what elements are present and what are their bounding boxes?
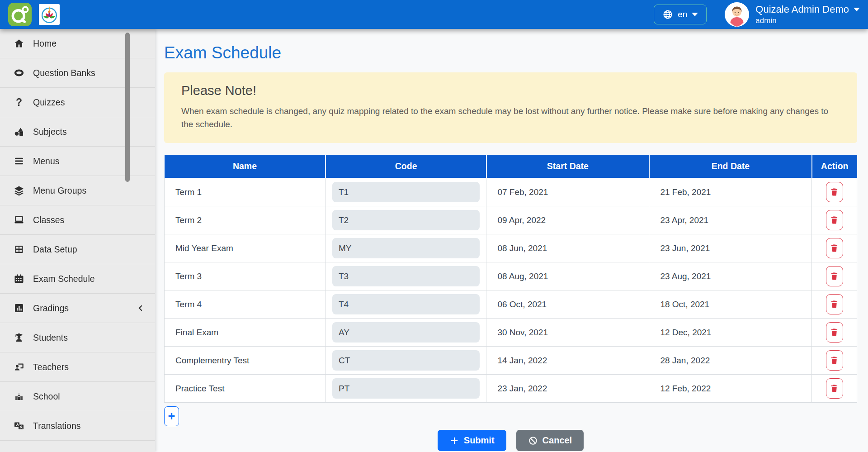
end-date-field[interactable]: 21 Feb, 2021 <box>649 178 812 206</box>
sidebar-item-quizzes[interactable]: ? Quizzes <box>0 88 155 117</box>
avatar <box>725 2 749 27</box>
start-date-field[interactable]: 08 Jun, 2021 <box>486 234 649 262</box>
end-date-field[interactable]: 23 Aug, 2021 <box>649 262 812 290</box>
sidebar-item-students[interactable]: Students <box>0 323 155 352</box>
sidebar-item-menus[interactable]: Menus <box>0 147 155 176</box>
main-content: Exam Schedule Please Note! When exam sch… <box>155 29 868 452</box>
language-label: en <box>678 10 687 19</box>
exam-name: Term 4 <box>165 290 326 319</box>
table-row: Practice Test 23 Jan, 2022 12 Feb, 2022 <box>165 375 857 403</box>
exam-name: Practice Test <box>165 375 326 403</box>
language-selector[interactable]: en <box>654 5 707 24</box>
trash-icon <box>830 271 839 281</box>
start-date-field[interactable]: 30 Nov, 2021 <box>486 319 649 347</box>
exam-name: Term 1 <box>165 178 326 206</box>
code-input[interactable] <box>332 294 480 314</box>
end-date-field[interactable]: 18 Oct, 2021 <box>649 290 812 319</box>
svg-text:?: ? <box>16 97 22 108</box>
code-input[interactable] <box>332 322 480 343</box>
trash-icon <box>830 299 839 309</box>
user-role: admin <box>755 16 860 25</box>
sidebar-item-translations[interactable]: Translations <box>0 411 155 441</box>
table-row: Term 4 06 Oct, 2021 18 Oct, 2021 <box>165 290 857 319</box>
submit-button[interactable]: Submit <box>438 430 506 451</box>
code-input[interactable] <box>332 378 480 399</box>
sidebar-item-school[interactable]: School <box>0 382 155 411</box>
trash-icon <box>830 383 839 394</box>
sidebar-item-subjects[interactable]: Subjects <box>0 117 155 147</box>
plus-icon <box>449 436 459 446</box>
sidebar-item-exam-schedule[interactable]: Exam Schedule <box>0 264 155 294</box>
table-row: Complementry Test 14 Jan, 2022 28 Jan, 2… <box>165 347 857 375</box>
column-header-end-date: End Date <box>649 155 812 178</box>
calendar-icon <box>14 273 27 284</box>
sidebar-item-teachers[interactable]: Teachers <box>0 352 155 382</box>
delete-row-button[interactable] <box>826 378 843 399</box>
code-input[interactable] <box>332 350 480 371</box>
end-date-field[interactable]: 28 Jan, 2022 <box>649 347 812 375</box>
page-title: Exam Schedule <box>164 43 857 62</box>
graduate-icon <box>14 332 27 343</box>
start-date-field[interactable]: 07 Feb, 2021 <box>486 178 649 206</box>
start-date-field[interactable]: 09 Apr, 2022 <box>486 206 649 234</box>
delete-row-button[interactable] <box>826 210 843 230</box>
code-input[interactable] <box>332 238 480 258</box>
column-header-action: Action <box>812 155 857 178</box>
code-input[interactable] <box>332 210 480 230</box>
sidebar-scrollbar[interactable] <box>125 33 130 182</box>
column-header-start-date: Start Date <box>486 155 649 178</box>
sidebar-item-menu-groups[interactable]: Menu Groups <box>0 176 155 205</box>
user-name: Quizale Admin Demo <box>755 4 849 15</box>
database-icon <box>14 67 27 78</box>
layers-icon <box>14 185 27 196</box>
globe-icon <box>662 9 673 20</box>
table-row: Mid Year Exam 08 Jun, 2021 23 Jun, 2021 <box>165 234 857 262</box>
table-row: Final Exam 30 Nov, 2021 12 Dec, 2021 <box>165 319 857 347</box>
user-menu[interactable]: Quizale Admin Demo admin <box>725 2 860 27</box>
topbar: en Quizale Admin Demo admin <box>0 0 868 29</box>
ban-icon <box>528 436 538 446</box>
trash-icon <box>830 215 839 225</box>
footer-actions: Submit Cancel <box>164 430 857 451</box>
add-row-button[interactable]: + <box>164 406 179 426</box>
code-input[interactable] <box>332 182 480 202</box>
sidebar-item-classes[interactable]: Classes <box>0 205 155 235</box>
exam-name: Complementry Test <box>165 347 326 375</box>
laptop-icon <box>14 214 27 225</box>
code-input[interactable] <box>332 266 480 286</box>
start-date-field[interactable]: 14 Jan, 2022 <box>486 347 649 375</box>
delete-row-button[interactable] <box>826 322 843 343</box>
start-date-field[interactable]: 06 Oct, 2021 <box>486 290 649 319</box>
school-building-icon <box>14 391 27 402</box>
end-date-field[interactable]: 12 Dec, 2021 <box>649 319 812 347</box>
start-date-field[interactable]: 08 Aug, 2021 <box>486 262 649 290</box>
translate-icon <box>14 420 27 431</box>
note-body: When exam schedule is changed, any quiz … <box>181 105 842 131</box>
shapes-icon <box>14 126 27 137</box>
bar-chart-icon <box>14 303 27 314</box>
delete-row-button[interactable] <box>826 266 843 286</box>
chevron-down-icon <box>854 8 860 11</box>
end-date-field[interactable]: 23 Apr, 2021 <box>649 206 812 234</box>
delete-row-button[interactable] <box>826 238 843 258</box>
table-header-row: Name Code Start Date End Date Action <box>165 155 857 178</box>
delete-row-button[interactable] <box>826 182 843 202</box>
sidebar-item-data-setup[interactable]: Data Setup <box>0 235 155 264</box>
end-date-field[interactable]: 12 Feb, 2022 <box>649 375 812 403</box>
trash-icon <box>830 327 839 338</box>
delete-row-button[interactable] <box>826 294 843 314</box>
sidebar-item-question-banks[interactable]: Question Banks <box>0 58 155 88</box>
delete-row-button[interactable] <box>826 350 843 371</box>
end-date-field[interactable]: 23 Jun, 2021 <box>649 234 812 262</box>
chevron-left-icon <box>136 304 145 313</box>
column-header-code: Code <box>326 155 486 178</box>
start-date-field[interactable]: 23 Jan, 2022 <box>486 375 649 403</box>
cancel-button[interactable]: Cancel <box>516 430 584 451</box>
quizale-logo[interactable] <box>8 3 32 26</box>
sidebar-item-home[interactable]: Home <box>0 29 155 58</box>
exam-name: Term 2 <box>165 206 326 234</box>
lotus-logo[interactable] <box>39 4 60 25</box>
trash-icon <box>830 243 839 253</box>
exam-name: Final Exam <box>165 319 326 347</box>
sidebar-item-gradings[interactable]: Gradings <box>0 294 155 323</box>
